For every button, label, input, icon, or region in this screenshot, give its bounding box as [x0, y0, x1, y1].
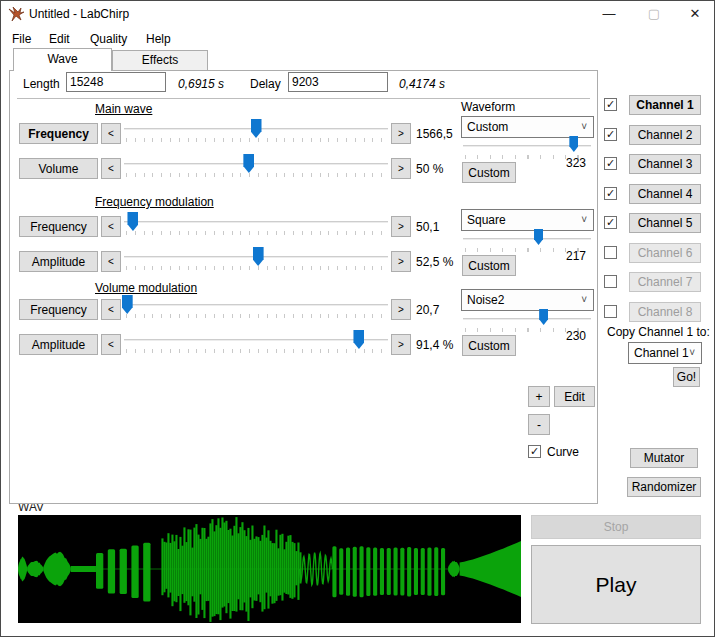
slider-label-button[interactable]: Amplitude — [19, 334, 98, 355]
slider-thumb[interactable] — [539, 309, 548, 325]
phase-value: 217 — [566, 249, 586, 263]
slider-label-button[interactable]: Frequency — [19, 299, 98, 320]
slider-value: 91,4 % — [416, 338, 453, 352]
slider-track[interactable] — [124, 294, 388, 320]
custom-waveform-button[interactable]: Custom — [462, 162, 516, 183]
slider-thumb[interactable] — [353, 330, 364, 349]
slider-value: 50,1 — [416, 220, 439, 234]
chevron-down-icon: ˅ — [581, 117, 587, 137]
slider-ticks — [126, 314, 386, 318]
slider-label-button[interactable]: Frequency — [19, 123, 98, 144]
curve-checkbox[interactable]: ✓ — [528, 445, 541, 458]
slider-label-button[interactable]: Volume — [19, 158, 98, 179]
waveform-selected-value: Square — [467, 213, 506, 227]
waveform-label: Waveform — [461, 100, 515, 114]
slider-increment-button[interactable]: > — [391, 299, 411, 320]
slider-rail — [124, 221, 388, 223]
delay-input[interactable] — [288, 72, 388, 92]
slider-label-button[interactable]: Amplitude — [19, 251, 98, 272]
slider-thumb[interactable] — [534, 229, 543, 245]
custom-waveform-button[interactable]: Custom — [462, 335, 516, 356]
slider-decrement-button[interactable]: < — [101, 216, 121, 237]
slider-track[interactable] — [124, 118, 388, 144]
slider-value: 20,7 — [416, 303, 439, 317]
chevron-down-icon: ˅ — [581, 210, 587, 230]
slider-rail — [463, 238, 591, 240]
slider-decrement-button[interactable]: < — [101, 334, 121, 355]
slider-increment-button[interactable]: > — [391, 158, 411, 179]
slider-increment-button[interactable]: > — [391, 334, 411, 355]
envelope-add-point-button[interactable]: + — [528, 386, 550, 407]
tab-wave[interactable]: Wave — [13, 48, 112, 71]
length-seconds: 0,6915 s — [178, 77, 224, 91]
slider-thumb[interactable] — [569, 136, 578, 152]
slider-decrement-button[interactable]: < — [101, 123, 121, 144]
chevron-down-icon: ˅ — [581, 290, 587, 310]
slider-rail — [124, 304, 388, 306]
delay-seconds: 0,4174 s — [399, 77, 445, 91]
slider-ticks — [126, 231, 386, 235]
slider-ticks — [126, 173, 386, 177]
section-volume-modulation: Volume modulation — [95, 281, 197, 295]
waveform-selected-value: Noise2 — [467, 293, 504, 307]
slider-value: 52,5 % — [416, 255, 453, 269]
slider-thumb[interactable] — [122, 295, 133, 314]
section-main-wave: Main wave — [95, 102, 152, 116]
slider-track[interactable] — [124, 153, 388, 179]
slider-track[interactable] — [124, 329, 388, 355]
phase-value: 230 — [566, 329, 586, 343]
custom-waveform-button[interactable]: Custom — [462, 255, 516, 276]
slider-decrement-button[interactable]: < — [101, 251, 121, 272]
slider-track[interactable] — [124, 211, 388, 237]
delay-label: Delay — [250, 77, 281, 91]
length-label: Length — [23, 77, 60, 91]
slider-increment-button[interactable]: > — [391, 216, 411, 237]
envelope-edit-button[interactable]: Edit — [554, 386, 595, 407]
curve-label: Curve — [547, 445, 579, 459]
slider-increment-button[interactable]: > — [391, 251, 411, 272]
divider — [17, 98, 590, 99]
slider-ticks — [126, 138, 386, 142]
slider-rail — [124, 339, 388, 341]
phase-value: 323 — [566, 156, 586, 170]
slider-label-button[interactable]: Frequency — [19, 216, 98, 237]
slider-ticks — [126, 266, 386, 270]
slider-ticks — [126, 349, 386, 353]
waveform-selected-value: Custom — [467, 120, 508, 134]
slider-decrement-button[interactable]: < — [101, 299, 121, 320]
section-frequency-modulation: Frequency modulation — [95, 195, 214, 209]
app-window: Untitled - LabChirp — ▢ ✕ File Edit Qual… — [0, 0, 715, 637]
length-input[interactable] — [66, 72, 166, 92]
slider-thumb[interactable] — [127, 212, 138, 231]
slider-rail — [124, 163, 388, 165]
slider-thumb[interactable] — [243, 154, 254, 173]
slider-value: 1566,5 — [416, 127, 453, 141]
slider-value: 50 % — [416, 162, 443, 176]
slider-thumb[interactable] — [251, 119, 262, 138]
slider-track[interactable] — [124, 246, 388, 272]
slider-increment-button[interactable]: > — [391, 123, 411, 144]
slider-thumb[interactable] — [253, 247, 264, 266]
slider-rail — [463, 318, 591, 320]
slider-decrement-button[interactable]: < — [101, 158, 121, 179]
envelope-remove-point-button[interactable]: - — [528, 414, 550, 435]
wave-tab-page: Length 0,6915 s Delay 0,4174 s Main wave… — [9, 70, 598, 504]
